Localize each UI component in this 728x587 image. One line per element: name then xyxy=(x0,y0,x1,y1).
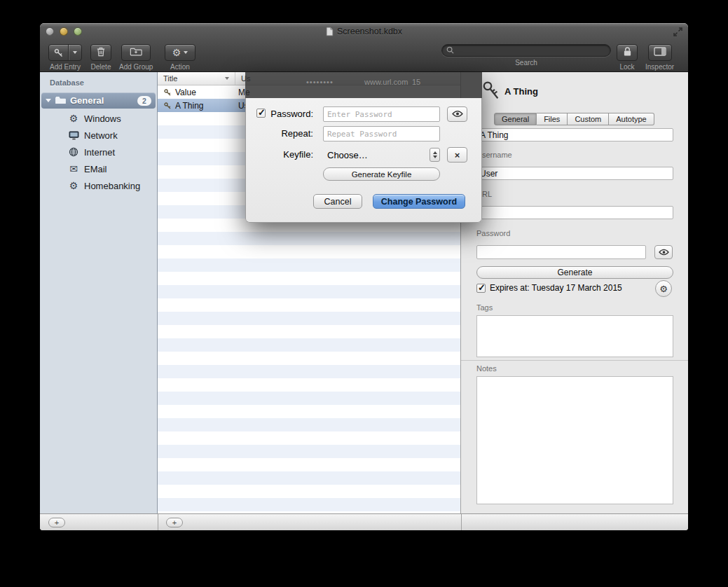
new-password-input[interactable] xyxy=(323,106,440,122)
dialog-keyfile-label: Keyfile: xyxy=(245,149,313,160)
expires-settings-gear-icon[interactable]: ⚙ xyxy=(655,280,672,297)
password-label: Password xyxy=(476,229,510,237)
show-password-button[interactable] xyxy=(654,245,673,259)
expires-checkbox[interactable] xyxy=(476,284,486,293)
sidebar-group-general[interactable]: General 2 xyxy=(41,92,156,109)
lock-button[interactable] xyxy=(617,44,638,61)
dimmed-url-text: www.url.com xyxy=(364,78,408,86)
sidebar-item-homebanking[interactable]: ⚙ Homebanking xyxy=(40,177,157,194)
keyfile-popup-value: Choose… xyxy=(323,150,430,160)
titlebar[interactable]: Screenshot.kdbx xyxy=(40,23,688,40)
keyfile-popup[interactable]: Choose… xyxy=(323,147,440,163)
action-label: Action xyxy=(170,63,190,71)
delete-group: Delete xyxy=(90,44,111,71)
gear-icon: ⚙ xyxy=(68,180,79,191)
close-x-icon: × xyxy=(455,150,460,160)
show-password-button[interactable] xyxy=(447,106,467,122)
add-entry-group: Add Entry xyxy=(48,44,82,71)
tab-custom[interactable]: Custom xyxy=(568,113,609,125)
folder-icon xyxy=(55,95,67,107)
generate-password-button[interactable]: Generate xyxy=(476,266,673,279)
key-icon xyxy=(163,102,172,110)
add-group-plus-button[interactable]: + xyxy=(48,518,65,527)
column-header-title[interactable]: Title xyxy=(158,72,235,85)
sidebar-item-email[interactable]: ✉ EMail xyxy=(40,160,157,177)
key-icon xyxy=(49,45,68,60)
envelope-icon: ✉ xyxy=(68,163,79,174)
chevron-down-icon xyxy=(73,51,77,54)
lock-icon xyxy=(623,46,632,60)
action-button[interactable]: ⚙ xyxy=(165,44,195,61)
popup-stepper-icon[interactable] xyxy=(430,148,440,162)
change-password-sheet: •••••••• www.url.com 15 Password: Repeat… xyxy=(245,72,482,223)
tab-general[interactable]: General xyxy=(494,113,537,125)
dimmed-modified-text: 15 xyxy=(412,78,420,86)
search-group: Search xyxy=(441,44,611,67)
display-icon xyxy=(68,131,79,140)
title-field[interactable] xyxy=(476,128,673,141)
username-field[interactable] xyxy=(476,167,673,180)
add-entry-dropdown[interactable] xyxy=(69,45,81,60)
inspector-button[interactable] xyxy=(648,44,672,61)
folder-plus-icon xyxy=(130,46,142,59)
clear-keyfile-button[interactable]: × xyxy=(447,147,467,163)
document-icon xyxy=(326,27,334,36)
section-divider xyxy=(461,360,688,361)
desktop: Screenshot.kdbx Add Entry xyxy=(0,0,728,587)
add-entry-plus-button[interactable]: + xyxy=(166,518,183,527)
inspector-panel: A Thing General Files Custom Autotype Us… xyxy=(461,72,688,513)
add-group-label: Add Group xyxy=(119,63,153,71)
status-footer: + + xyxy=(40,513,688,530)
generate-keyfile-button[interactable]: Generate Keyfile xyxy=(323,167,440,181)
fullscreen-icon[interactable] xyxy=(673,27,683,37)
action-group: ⚙ Action xyxy=(165,44,195,71)
key-icon xyxy=(481,79,502,104)
expires-label: Expires at: Tuesday 17 March 2015 xyxy=(490,283,622,293)
tab-files[interactable]: Files xyxy=(537,113,568,125)
dimmed-password-dots: •••••••• xyxy=(306,78,334,86)
disclosure-triangle-icon[interactable] xyxy=(46,99,51,102)
globe-icon xyxy=(68,147,79,157)
sidebar-item-network[interactable]: Network xyxy=(40,127,157,144)
trash-icon xyxy=(96,46,106,60)
sheet-dim-overlay: •••••••• www.url.com 15 xyxy=(245,72,482,98)
url-field[interactable] xyxy=(476,206,673,219)
tab-autotype[interactable]: Autotype xyxy=(609,113,654,125)
password-field[interactable] xyxy=(476,245,646,259)
sidebar-item-windows[interactable]: ⚙ Windows xyxy=(40,110,157,127)
change-password-button[interactable]: Change Password xyxy=(373,194,465,209)
search-field[interactable] xyxy=(441,44,611,57)
group-count-badge: 2 xyxy=(137,96,151,106)
window-title: Screenshot.kdbx xyxy=(337,27,402,36)
lock-label: Lock xyxy=(619,63,634,71)
window-header: Screenshot.kdbx Add Entry xyxy=(40,23,688,72)
sidebar-item-internet[interactable]: Internet xyxy=(40,144,157,160)
notes-label: Notes xyxy=(476,364,497,373)
search-icon xyxy=(446,44,454,57)
gear-icon: ⚙ xyxy=(172,48,181,57)
tags-label: Tags xyxy=(476,303,493,312)
repeat-password-input[interactable] xyxy=(323,126,440,141)
inspector-label: Inspector xyxy=(645,63,674,71)
search-input[interactable] xyxy=(457,46,606,55)
sidebar: Database General 2 ⚙ Windows xyxy=(40,72,158,513)
lock-group: Lock xyxy=(617,44,638,71)
add-group-button[interactable] xyxy=(121,44,151,61)
delete-label: Delete xyxy=(91,63,111,71)
chevron-down-icon xyxy=(184,51,188,54)
sidebar-group-label: General xyxy=(70,95,134,106)
sort-indicator-icon xyxy=(225,77,229,80)
delete-button[interactable] xyxy=(90,44,111,61)
tags-field[interactable] xyxy=(476,315,673,357)
sidebar-section-header: Database xyxy=(50,78,84,87)
inspector-panel-icon xyxy=(654,46,666,59)
add-entry-label: Add Entry xyxy=(50,63,81,71)
gear-icon: ⚙ xyxy=(68,113,79,124)
add-entry-button[interactable] xyxy=(48,44,82,61)
cancel-button[interactable]: Cancel xyxy=(313,194,362,209)
inspector-entry-title: A Thing xyxy=(504,86,538,97)
notes-field[interactable] xyxy=(476,376,673,504)
app-window: Screenshot.kdbx Add Entry xyxy=(40,23,688,530)
dialog-password-label: Password: xyxy=(245,109,313,119)
eye-icon xyxy=(659,246,669,258)
